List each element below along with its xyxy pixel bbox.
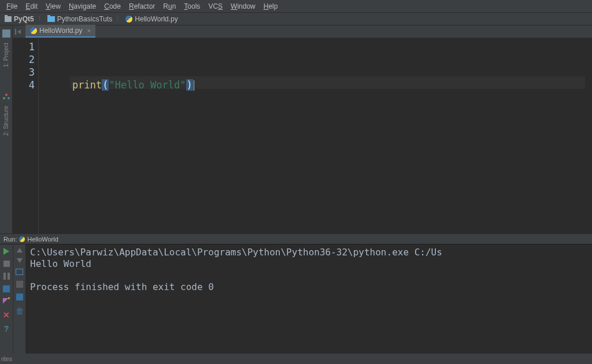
crumb-file-label: HelloWorld.py [135, 15, 177, 23]
line-number: 1 [22, 40, 35, 53]
menu-help[interactable]: Help [260, 0, 282, 12]
print-icon[interactable] [16, 294, 23, 300]
tool-project[interactable]: 1: Project [3, 39, 9, 70]
code-token-fn: print [72, 79, 102, 91]
menu-file[interactable]: File [2, 0, 21, 12]
line-number-gutter: 1 2 3 4 [22, 38, 38, 233]
menu-navigate[interactable]: Navigate [65, 0, 100, 12]
run-actions-secondary: 🗑 [13, 244, 25, 354]
code-line [72, 40, 585, 53]
code-token-paren: ) [186, 79, 193, 91]
bottom-tool-strip: rites [0, 354, 592, 364]
trash-icon[interactable]: 🗑 [16, 306, 24, 315]
run-config-name: HelloWorld [27, 236, 58, 243]
code-editor[interactable]: 1 2 3 4 print("Hello World") [13, 38, 592, 233]
crumb-root[interactable]: PyQt5 [2, 15, 36, 23]
menu-view[interactable]: View [42, 0, 65, 12]
close-icon[interactable]: × [87, 27, 90, 34]
stop-icon[interactable] [3, 261, 10, 267]
run-tool-header[interactable]: Run: HelloWorld [0, 233, 592, 244]
project-tool-icon[interactable] [2, 29, 10, 38]
soft-wrap-icon[interactable] [16, 269, 23, 275]
svg-rect-0 [2, 29, 10, 38]
scroll-to-end-icon[interactable] [16, 281, 23, 288]
menu-window[interactable]: Window [227, 0, 260, 12]
tab-active-file[interactable]: HelloWorld.py × [25, 25, 95, 38]
editor-tabs: HelloWorld.py × [13, 25, 592, 38]
line-number: 4 [22, 79, 35, 91]
favorites-label-truncated[interactable]: rites [1, 352, 12, 365]
code-token-paren: ( [102, 79, 109, 91]
editor-marker-strip[interactable] [585, 38, 592, 233]
code-content[interactable]: print("Hello World") [70, 38, 585, 233]
menu-code[interactable]: Code [100, 0, 125, 12]
chevron-right-icon: 〉 [36, 15, 45, 23]
python-file-icon [19, 236, 25, 242]
open-folder-icon [47, 16, 55, 22]
breadcrumb: PyQt5 〉 PythonBasicsTuts 〉 HelloWorld.py [0, 13, 592, 25]
crumb-folder[interactable]: PythonBasicsTuts [45, 15, 115, 23]
crumb-file[interactable]: HelloWorld.py [123, 15, 180, 23]
line-number: 2 [22, 53, 35, 66]
text-caret [194, 80, 194, 91]
code-line: print("Hello World") [72, 79, 585, 91]
svg-point-1 [5, 94, 8, 96]
arrow-down-icon[interactable] [17, 258, 23, 263]
svg-point-2 [3, 97, 5, 99]
svg-rect-4 [15, 29, 16, 35]
arrow-up-icon[interactable] [17, 248, 23, 252]
help-icon[interactable]: ? [4, 325, 9, 333]
run-actions-primary: ✕ ? [0, 244, 13, 354]
menu-refactor[interactable]: Refactor [125, 0, 159, 12]
rerun-icon[interactable] [3, 248, 9, 255]
python-file-icon [125, 16, 132, 23]
menu-bar: File Edit View Navigate Code Refactor Ru… [0, 0, 592, 13]
run-label: Run: [3, 236, 17, 243]
menu-tools[interactable]: Tools [180, 0, 204, 12]
close-icon[interactable]: ✕ [3, 311, 10, 319]
pause-icon[interactable] [3, 273, 10, 280]
run-tool-window: ✕ ? 🗑 C:\Users\Parwiz\AppData\Local\Prog… [0, 244, 592, 354]
breakpoint-gutter[interactable] [13, 38, 22, 233]
code-token-string: "Hello World" [109, 79, 186, 91]
structure-tool-icon[interactable] [2, 92, 10, 101]
left-tool-strip: 1: Project 2: Structure [0, 25, 13, 233]
folder-icon [5, 16, 12, 22]
menu-run[interactable]: Run [159, 0, 180, 12]
menu-vcs[interactable]: VCS [204, 0, 227, 12]
menu-edit[interactable]: Edit [21, 0, 42, 12]
wand-icon[interactable] [3, 298, 10, 305]
console-line: Hello World [30, 258, 91, 269]
python-file-icon [30, 27, 37, 34]
layout-icon[interactable] [3, 285, 10, 292]
toggle-sidebar-icon[interactable] [15, 28, 23, 36]
crumb-root-label: PyQt5 [14, 15, 34, 23]
code-line [72, 53, 585, 66]
line-number: 3 [22, 66, 35, 79]
console-line: C:\Users\Parwiz\AppData\Local\Programs\P… [30, 247, 442, 258]
tool-structure[interactable]: 2: Structure [3, 102, 9, 139]
hint-gutter [39, 38, 70, 233]
chevron-right-icon: 〉 [114, 15, 123, 23]
console-output[interactable]: C:\Users\Parwiz\AppData\Local\Programs\P… [25, 244, 592, 354]
crumb-folder-label: PythonBasicsTuts [57, 15, 113, 23]
console-line: Process finished with exit code 0 [30, 281, 214, 292]
svg-point-3 [8, 97, 10, 99]
tab-label: HelloWorld.py [39, 27, 82, 35]
